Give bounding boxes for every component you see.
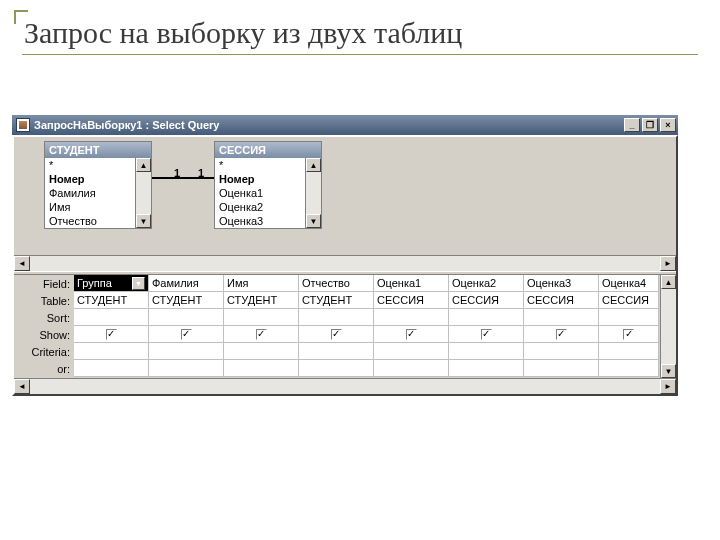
field-cell[interactable]: Оценка2 — [449, 275, 524, 292]
grid-vscroll[interactable]: ▲ ▼ — [660, 275, 676, 378]
show-checkbox[interactable]: ✓ — [181, 329, 192, 340]
criteria-cell[interactable] — [299, 343, 374, 360]
grid-column: Оценка4СЕССИЯ✓ — [599, 275, 659, 378]
field-cell[interactable]: Оценка3 — [524, 275, 599, 292]
field-item[interactable]: Номер — [45, 172, 135, 186]
grid-hscroll[interactable]: ◄ ► — [14, 378, 676, 394]
sort-cell[interactable] — [74, 309, 149, 326]
sort-cell[interactable] — [224, 309, 299, 326]
field-item[interactable]: Оценка2 — [215, 200, 305, 214]
or-cell[interactable] — [299, 360, 374, 377]
field-item[interactable]: Имя — [45, 200, 135, 214]
show-checkbox[interactable]: ✓ — [406, 329, 417, 340]
show-cell[interactable]: ✓ — [374, 326, 449, 343]
sort-cell[interactable] — [299, 309, 374, 326]
show-cell[interactable]: ✓ — [299, 326, 374, 343]
window-titlebar[interactable]: ЗапросНаВыборку1 : Select Query _ ❐ × — [12, 115, 678, 135]
field-item[interactable]: * — [45, 158, 135, 172]
show-checkbox[interactable]: ✓ — [556, 329, 567, 340]
scroll-left-icon[interactable]: ◄ — [14, 379, 30, 394]
show-checkbox[interactable]: ✓ — [331, 329, 342, 340]
table-session[interactable]: СЕССИЯ * Номер Оценка1 Оценка2 Оценка3 ▲ — [214, 141, 322, 229]
grid-column: ИмяСТУДЕНТ✓ — [224, 275, 299, 378]
sort-cell[interactable] — [449, 309, 524, 326]
scroll-down-icon[interactable]: ▼ — [136, 214, 151, 228]
criteria-cell[interactable] — [149, 343, 224, 360]
field-item[interactable]: * — [215, 158, 305, 172]
field-cell[interactable]: Группа▼ — [74, 275, 149, 292]
table-cell[interactable]: СТУДЕНТ — [299, 292, 374, 309]
or-cell[interactable] — [149, 360, 224, 377]
table-cell[interactable]: СТУДЕНТ — [224, 292, 299, 309]
table-student[interactable]: СТУДЕНТ * Номер Фамилия Имя Отчество ▲ — [44, 141, 152, 229]
scroll-left-icon[interactable]: ◄ — [14, 256, 30, 271]
dropdown-icon[interactable]: ▼ — [132, 277, 145, 290]
scroll-right-icon[interactable]: ► — [660, 256, 676, 271]
show-cell[interactable]: ✓ — [149, 326, 224, 343]
or-cell[interactable] — [374, 360, 449, 377]
table-cell[interactable]: СЕССИЯ — [374, 292, 449, 309]
table-scrollbar[interactable]: ▲ ▼ — [135, 158, 151, 228]
show-checkbox[interactable]: ✓ — [106, 329, 117, 340]
slide-accent — [14, 10, 28, 24]
field-cell[interactable]: Отчество — [299, 275, 374, 292]
table-cell[interactable]: СТУДЕНТ — [149, 292, 224, 309]
sort-cell[interactable] — [374, 309, 449, 326]
field-list[interactable]: * Номер Оценка1 Оценка2 Оценка3 — [215, 158, 305, 228]
field-cell[interactable]: Имя — [224, 275, 299, 292]
table-cell[interactable]: СЕССИЯ — [449, 292, 524, 309]
table-scrollbar[interactable]: ▲ ▼ — [305, 158, 321, 228]
table-header: СТУДЕНТ — [45, 142, 151, 158]
criteria-cell[interactable] — [224, 343, 299, 360]
grid-row-labels: Field: Table: Sort: Show: Criteria: or: — [14, 275, 74, 378]
show-cell[interactable]: ✓ — [599, 326, 659, 343]
or-cell[interactable] — [74, 360, 149, 377]
relationship-line[interactable] — [152, 177, 214, 179]
show-checkbox[interactable]: ✓ — [256, 329, 267, 340]
or-cell[interactable] — [524, 360, 599, 377]
table-cell[interactable]: СТУДЕНТ — [74, 292, 149, 309]
diagram-hscroll[interactable]: ◄ ► — [14, 255, 676, 271]
show-checkbox[interactable]: ✓ — [481, 329, 492, 340]
minimize-button[interactable]: _ — [624, 118, 640, 132]
scroll-up-icon[interactable]: ▲ — [661, 275, 676, 289]
sort-cell[interactable] — [149, 309, 224, 326]
field-cell[interactable]: Оценка4 — [599, 275, 659, 292]
field-item[interactable]: Фамилия — [45, 186, 135, 200]
scroll-up-icon[interactable]: ▲ — [306, 158, 321, 172]
table-cell[interactable]: СЕССИЯ — [524, 292, 599, 309]
criteria-cell[interactable] — [374, 343, 449, 360]
sort-cell[interactable] — [524, 309, 599, 326]
sort-cell[interactable] — [599, 309, 659, 326]
scroll-down-icon[interactable]: ▼ — [661, 364, 676, 378]
criteria-cell[interactable] — [74, 343, 149, 360]
row-label-table: Table: — [14, 293, 70, 310]
diagram-pane[interactable]: СТУДЕНТ * Номер Фамилия Имя Отчество ▲ — [14, 137, 676, 255]
field-item[interactable]: Номер — [215, 172, 305, 186]
show-cell[interactable]: ✓ — [224, 326, 299, 343]
field-cell[interactable]: Оценка1 — [374, 275, 449, 292]
design-grid: Field: Table: Sort: Show: Criteria: or: … — [14, 275, 676, 378]
scroll-right-icon[interactable]: ► — [660, 379, 676, 394]
field-item[interactable]: Отчество — [45, 214, 135, 228]
scroll-up-icon[interactable]: ▲ — [136, 158, 151, 172]
criteria-cell[interactable] — [449, 343, 524, 360]
or-cell[interactable] — [449, 360, 524, 377]
close-button[interactable]: × — [660, 118, 676, 132]
show-checkbox[interactable]: ✓ — [623, 329, 634, 340]
table-cell[interactable]: СЕССИЯ — [599, 292, 659, 309]
restore-button[interactable]: ❐ — [642, 118, 658, 132]
show-cell[interactable]: ✓ — [524, 326, 599, 343]
access-query-window: ЗапросНаВыборку1 : Select Query _ ❐ × СТ… — [12, 115, 678, 396]
field-list[interactable]: * Номер Фамилия Имя Отчество — [45, 158, 135, 228]
field-cell[interactable]: Фамилия — [149, 275, 224, 292]
criteria-cell[interactable] — [524, 343, 599, 360]
show-cell[interactable]: ✓ — [449, 326, 524, 343]
scroll-down-icon[interactable]: ▼ — [306, 214, 321, 228]
criteria-cell[interactable] — [599, 343, 659, 360]
show-cell[interactable]: ✓ — [74, 326, 149, 343]
field-item[interactable]: Оценка1 — [215, 186, 305, 200]
field-item[interactable]: Оценка3 — [215, 214, 305, 228]
or-cell[interactable] — [599, 360, 659, 377]
or-cell[interactable] — [224, 360, 299, 377]
